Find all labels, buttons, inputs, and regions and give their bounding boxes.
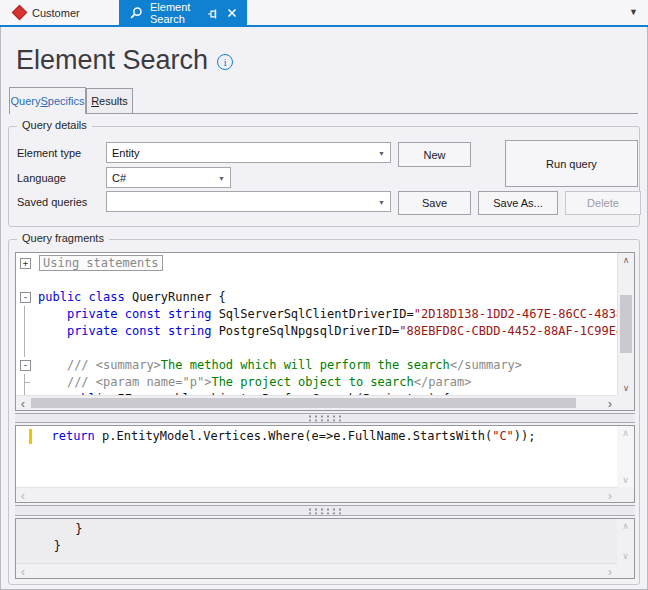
scrollbar-corner [617, 487, 634, 502]
info-icon[interactable]: i [217, 54, 233, 70]
vertical-scrollbar[interactable]: ∧ ∨ [617, 519, 634, 563]
run-query-button[interactable]: Run query [505, 140, 638, 187]
scroll-up-icon[interactable]: ∧ [618, 253, 634, 267]
query-details-group-label: Query details [17, 119, 92, 131]
saved-queries-select[interactable]: ▼ [106, 191, 391, 212]
saved-queries-label: Saved queries [17, 196, 87, 208]
fold-toggle-icon[interactable]: - [16, 357, 38, 374]
code-line: return p.EntityModel.Vertices.Where(e=>e… [29, 428, 617, 445]
code-line: +Using statements [16, 255, 617, 272]
code-editor-footer-content[interactable]: } } [16, 519, 617, 563]
fold-margin [16, 306, 38, 323]
scrollbar-corner [617, 563, 634, 578]
splitter-grip-icon [307, 507, 343, 514]
element-search-window: Customer Element Search [0, 0, 648, 590]
vertical-scrollbar[interactable]: ∧ ∨ [617, 426, 634, 487]
code-line: private const string PostgreSqlNpgsqlDri… [16, 323, 617, 340]
scroll-down-icon[interactable]: ∨ [618, 381, 634, 395]
code-editor-main-content[interactable]: +Using statements-public class QueryRunn… [16, 253, 617, 395]
query-fragments-group-label: Query fragments [17, 232, 109, 244]
horizontal-splitter[interactable] [15, 505, 635, 516]
horizontal-scrollbar[interactable]: ‹ › [16, 563, 617, 578]
element-type-select[interactable]: Entity ▼ [106, 142, 391, 163]
scrollbar-thumb[interactable] [31, 398, 576, 408]
changed-line-bar [29, 429, 32, 444]
language-label: Language [17, 172, 66, 184]
language-value: C# [112, 172, 126, 184]
fold-margin [16, 374, 38, 391]
fold-margin [16, 272, 38, 289]
chevron-down-icon: ▼ [378, 149, 385, 156]
pin-icon[interactable] [207, 7, 219, 19]
fold-margin [16, 340, 38, 357]
tab-customer-label: Customer [32, 7, 80, 19]
splitter-grip-icon [307, 415, 343, 422]
scroll-right-icon[interactable]: › [603, 564, 617, 578]
scroll-left-icon[interactable]: ‹ [16, 396, 30, 410]
tab-element-search[interactable]: Element Search [119, 0, 247, 25]
fold-toggle-icon[interactable]: + [16, 255, 38, 272]
page-title: Element Search [16, 44, 208, 76]
scroll-down-icon[interactable]: ∨ [617, 473, 634, 487]
scrollbar-corner [617, 395, 634, 410]
code-editor-footer[interactable]: } } ∧ ∨ ‹ › [15, 518, 635, 579]
fold-toggle-icon[interactable]: - [16, 289, 38, 306]
code-line: } [32, 521, 617, 538]
scroll-right-icon[interactable]: › [603, 488, 617, 502]
horizontal-scrollbar[interactable]: ‹ › [16, 395, 617, 410]
document-tab-bar: Customer Element Search [0, 0, 648, 25]
query-fragments-group: Query fragments +Using statements-public… [8, 239, 640, 585]
code-editor-main[interactable]: +Using statements-public class QueryRunn… [15, 252, 635, 411]
scroll-up-icon[interactable]: ∧ [617, 519, 634, 533]
code-editor-query-content[interactable]: return p.EntityModel.Vertices.Where(e=>e… [16, 426, 617, 487]
scroll-left-icon[interactable]: ‹ [16, 488, 30, 502]
scroll-up-icon[interactable]: ∧ [617, 426, 634, 440]
delete-button[interactable]: Delete [565, 191, 641, 215]
code-line: } [32, 538, 617, 555]
code-line: - /// <summary>The method which will per… [16, 357, 617, 374]
code-line [16, 272, 617, 289]
code-line: /// <param name="p">The project object t… [16, 374, 617, 391]
code-line: -public class QueryRunner { [16, 289, 617, 306]
tab-list-dropdown-icon[interactable]: ▼ [629, 8, 638, 17]
search-icon [129, 6, 143, 20]
chevron-down-icon: ▼ [218, 174, 225, 181]
scroll-right-icon[interactable]: › [603, 396, 617, 410]
scroll-down-icon[interactable]: ∨ [617, 549, 634, 563]
tab-element-search-label: Element Search [150, 1, 194, 25]
language-select[interactable]: C# ▼ [106, 167, 231, 188]
fold-margin [16, 323, 38, 340]
save-as-button[interactable]: Save As... [478, 191, 558, 215]
element-type-value: Entity [112, 147, 140, 159]
tab-customer[interactable]: Customer [4, 0, 90, 25]
horizontal-splitter[interactable] [15, 413, 635, 423]
scroll-left-icon[interactable]: ‹ [16, 564, 30, 578]
code-editor-query[interactable]: return p.EntityModel.Vertices.Where(e=>e… [15, 425, 635, 503]
code-line [16, 340, 617, 357]
scrollbar-thumb[interactable] [620, 295, 632, 353]
chevron-down-icon: ▼ [378, 198, 385, 205]
element-type-label: Element type [17, 147, 81, 159]
tab-query-specifics[interactable]: Query Specifics [9, 87, 86, 114]
horizontal-scrollbar[interactable]: ‹ › [16, 487, 617, 502]
query-details-group: Query details Element type Entity ▼ New … [8, 126, 640, 227]
tab-results[interactable]: Results [86, 88, 133, 114]
close-icon[interactable] [227, 8, 237, 18]
save-button[interactable]: Save [398, 191, 471, 215]
entity-diamond-icon [12, 5, 28, 21]
vertical-scrollbar[interactable]: ∧ ∨ [617, 253, 634, 395]
new-button[interactable]: New [398, 142, 471, 167]
code-line: private const string SqlServerSqlClientD… [16, 306, 617, 323]
